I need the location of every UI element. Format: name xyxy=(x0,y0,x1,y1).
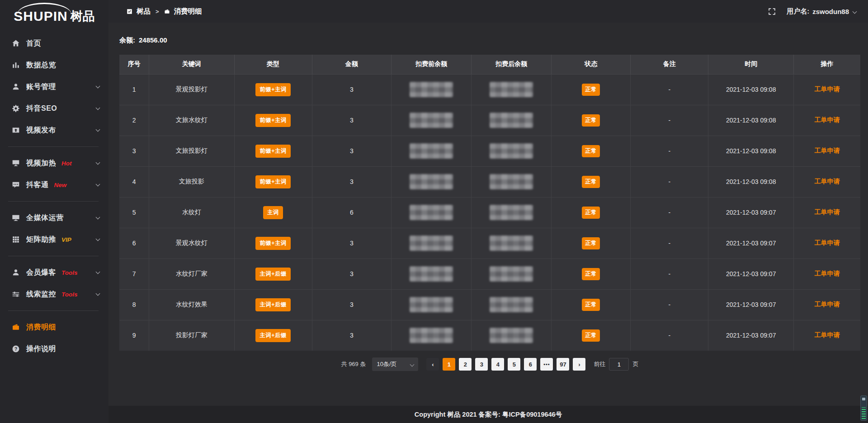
work-order-link[interactable]: 工单申请 xyxy=(814,270,840,277)
sidebar-item-home[interactable]: 首页 xyxy=(0,33,108,54)
tools-tag: Tools xyxy=(61,269,78,276)
sidebar-item-doketong[interactable]: 抖客通 New xyxy=(0,174,108,196)
page-ellipsis-button[interactable]: ••• xyxy=(540,358,553,371)
cell-type: 前缀+主词 xyxy=(234,105,312,136)
masked-balance-before xyxy=(410,143,453,159)
next-page-button[interactable]: › xyxy=(573,358,585,371)
col-time: 时间 xyxy=(708,55,793,74)
cell-time: 2021-12-03 09:08 xyxy=(708,136,793,166)
cell-remark: - xyxy=(631,166,708,197)
sidebar-item-data-overview[interactable]: 数据总览 xyxy=(0,54,108,76)
floating-widget[interactable] xyxy=(860,395,867,421)
cell-balance-after xyxy=(471,289,551,320)
cell-keyword: 水纹灯厂家 xyxy=(149,258,234,289)
cell-index: 9 xyxy=(119,320,149,351)
table-row: 2文旅水纹灯前缀+主词3正常-2021-12-03 09:08工单申请 xyxy=(119,105,860,136)
masked-balance-before xyxy=(410,266,453,282)
sidebar-item-video-publish[interactable]: 视频发布 xyxy=(0,119,108,141)
cell-amount: 3 xyxy=(312,105,391,136)
work-order-link[interactable]: 工单申请 xyxy=(814,208,840,216)
cell-index: 2 xyxy=(119,105,149,136)
cell-balance-after xyxy=(471,166,551,197)
work-order-link[interactable]: 工单申请 xyxy=(814,239,840,246)
prev-page-button[interactable]: ‹ xyxy=(426,358,439,371)
sidebar-item-video-heat[interactable]: 视频加热 Hot xyxy=(0,152,108,174)
cell-remark: - xyxy=(631,136,708,166)
masked-balance-after xyxy=(490,266,533,282)
work-order-link[interactable]: 工单申请 xyxy=(814,85,840,93)
breadcrumb-separator: > xyxy=(156,8,159,15)
sidebar-item-clue-monitor[interactable]: 线索监控 Tools xyxy=(0,283,108,305)
type-badge: 主词 xyxy=(263,206,283,219)
topbar: 树品 > 消费明细 用户名: zswodun88 xyxy=(108,0,868,23)
cell-action: 工单申请 xyxy=(793,258,860,289)
col-type: 类型 xyxy=(234,55,312,74)
sidebar-item-media-operation[interactable]: 全媒体运营 xyxy=(0,207,108,229)
page-size-select[interactable]: 10条/页 xyxy=(372,357,418,371)
type-badge: 前缀+主词 xyxy=(255,237,291,250)
sidebar-divider xyxy=(8,201,99,202)
work-order-link[interactable]: 工单申请 xyxy=(814,301,840,308)
cell-action: 工单申请 xyxy=(793,289,860,320)
cell-index: 4 xyxy=(119,166,149,197)
breadcrumb-home[interactable]: 树品 xyxy=(137,7,151,16)
question-icon: ? xyxy=(12,345,20,353)
sidebar-item-instructions[interactable]: ? 操作说明 xyxy=(0,338,108,360)
sidebar-item-label: 数据总览 xyxy=(26,61,56,70)
user-menu[interactable]: 用户名: zswodun88 xyxy=(787,7,856,16)
sidebar-item-douyin-seo[interactable]: 抖音SEO xyxy=(0,98,108,119)
cell-time: 2021-12-03 09:07 xyxy=(708,197,793,228)
cell-amount: 3 xyxy=(312,136,391,166)
cell-balance-after xyxy=(471,258,551,289)
cell-time: 2021-12-03 09:08 xyxy=(708,166,793,197)
cell-index: 5 xyxy=(119,197,149,228)
cell-keyword: 文旅投影灯 xyxy=(149,136,234,166)
sidebar-item-member-burst[interactable]: 会员爆客 Tools xyxy=(0,262,108,283)
page-button-3[interactable]: 3 xyxy=(475,358,488,371)
page-button-2[interactable]: 2 xyxy=(459,358,472,371)
goto-page-input[interactable] xyxy=(609,358,629,371)
sidebar-item-consume-detail[interactable]: 消费明细 xyxy=(0,316,108,338)
cell-balance-after xyxy=(471,320,551,351)
masked-balance-after xyxy=(490,143,533,159)
table-row: 4文旅投影前缀+主词3正常-2021-12-03 09:08工单申请 xyxy=(119,166,860,197)
page-button-6[interactable]: 6 xyxy=(524,358,537,371)
cell-time: 2021-12-03 09:08 xyxy=(708,105,793,136)
fullscreen-icon[interactable] xyxy=(768,8,776,15)
table-row: 1景观投影灯前缀+主词3正常-2021-12-03 09:08工单申请 xyxy=(119,74,860,105)
cell-balance-after xyxy=(471,228,551,258)
sidebar-item-matrix-boost[interactable]: 矩阵助推 VIP xyxy=(0,229,108,250)
cell-amount: 3 xyxy=(312,289,391,320)
masked-balance-after xyxy=(490,297,533,312)
work-order-link[interactable]: 工单申请 xyxy=(814,331,840,338)
masked-balance-before xyxy=(410,174,453,189)
breadcrumb-current: 消费明细 xyxy=(174,7,202,16)
cell-type: 前缀+主词 xyxy=(234,166,312,197)
app-square-icon xyxy=(127,9,132,14)
type-badge: 前缀+主词 xyxy=(255,145,291,158)
work-order-link[interactable]: 工单申请 xyxy=(814,116,840,123)
work-order-link[interactable]: 工单申请 xyxy=(814,178,840,185)
video-upload-icon xyxy=(12,126,20,134)
sidebar-item-label: 消费明细 xyxy=(26,323,56,332)
cell-action: 工单申请 xyxy=(793,166,860,197)
page-button-1[interactable]: 1 xyxy=(443,358,455,371)
masked-balance-after xyxy=(490,82,533,97)
cell-status: 正常 xyxy=(551,289,630,320)
page-button-5[interactable]: 5 xyxy=(508,358,520,371)
cell-balance-after xyxy=(471,197,551,228)
work-order-link[interactable]: 工单申请 xyxy=(814,147,840,154)
topbar-right: 用户名: zswodun88 xyxy=(768,7,856,16)
cell-time: 2021-12-03 09:07 xyxy=(708,228,793,258)
sidebar-item-account[interactable]: 账号管理 xyxy=(0,76,108,98)
status-badge: 正常 xyxy=(582,237,600,249)
page-button-4[interactable]: 4 xyxy=(491,358,504,371)
col-index: 序号 xyxy=(119,55,149,74)
page-button-97[interactable]: 97 xyxy=(557,358,569,371)
copyright-text: Copyright 树品 2021 备案号: 粤ICP备09019646号 xyxy=(415,410,562,419)
masked-balance-before xyxy=(410,328,453,343)
status-badge: 正常 xyxy=(582,145,600,157)
cell-index: 3 xyxy=(119,136,149,166)
type-badge: 主词+后缀 xyxy=(255,268,291,281)
grid-icon xyxy=(12,235,20,244)
